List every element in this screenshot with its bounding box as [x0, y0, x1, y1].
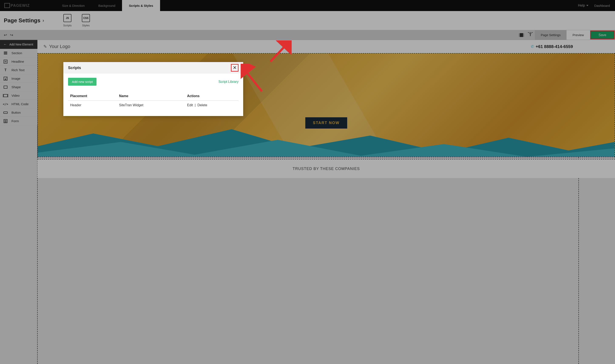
modal-top-row: Add new script Script Library [68, 78, 238, 86]
modal-overlay [0, 0, 615, 364]
table-header-row: Placement Name Actions [68, 91, 238, 101]
cell-placement: Header [70, 103, 119, 107]
col-placement-header: Placement [70, 94, 119, 98]
scripts-modal: Scripts ✕ Add new script Script Library … [63, 62, 243, 116]
edit-link[interactable]: Edit [187, 103, 193, 107]
scripts-table: Placement Name Actions Header SiteTran W… [68, 91, 238, 110]
modal-body: Add new script Script Library Placement … [63, 74, 243, 116]
close-icon: ✕ [233, 65, 236, 71]
modal-title: Scripts [68, 66, 81, 70]
cell-name: SiteTran Widget [119, 103, 187, 107]
script-library-link[interactable]: Script Library [219, 80, 238, 84]
col-actions-header: Actions [187, 94, 236, 98]
modal-header: Scripts ✕ [63, 62, 243, 74]
cell-actions: Edit | Delete [187, 103, 236, 107]
add-new-script-button[interactable]: Add new script [68, 78, 96, 86]
col-name-header: Name [119, 94, 187, 98]
table-row: Header SiteTran Widget Edit | Delete [68, 101, 238, 110]
action-separator: | [195, 103, 196, 107]
delete-link[interactable]: Delete [197, 103, 207, 107]
modal-close-button[interactable]: ✕ [231, 64, 238, 72]
